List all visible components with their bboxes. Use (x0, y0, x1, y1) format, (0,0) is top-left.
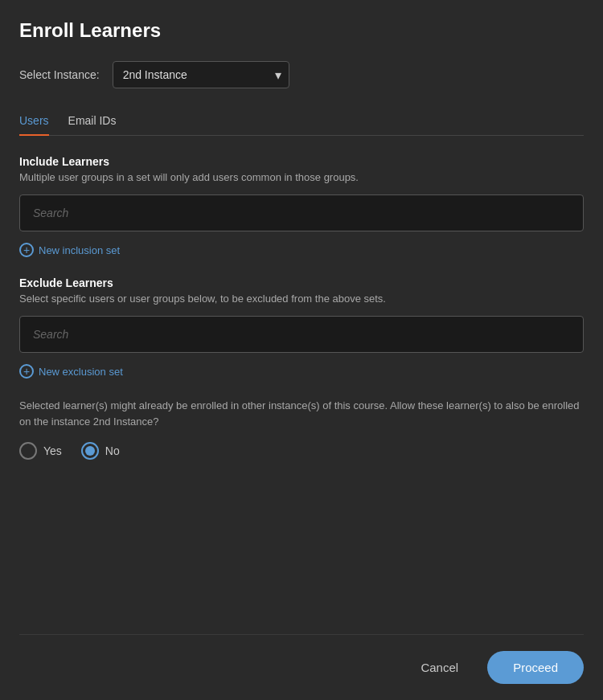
new-inclusion-set-button[interactable]: + New inclusion set (19, 243, 120, 257)
radio-no[interactable]: No (81, 442, 120, 460)
proceed-button[interactable]: Proceed (487, 651, 584, 684)
exclude-desc: Select specific users or user groups bel… (19, 293, 584, 305)
new-exclusion-set-label: New exclusion set (39, 366, 123, 378)
radio-yes-label: Yes (43, 444, 62, 457)
include-section: Include Learners Multiple user groups in… (19, 155, 584, 273)
enrollment-notice: Selected learner(s) might already be enr… (19, 398, 584, 429)
radio-yes[interactable]: Yes (19, 442, 62, 460)
plus-circle-icon: + (19, 364, 34, 379)
plus-icon: + (19, 243, 34, 257)
include-search-input[interactable] (19, 194, 584, 231)
cancel-button[interactable]: Cancel (404, 653, 474, 682)
instance-select[interactable]: 1st Instance 2nd Instance 3rd Instance (113, 61, 289, 88)
page-title: Enroll Learners (19, 19, 584, 42)
modal-container: Enroll Learners Select Instance: 1st Ins… (0, 0, 603, 700)
instance-label: Select Instance: (19, 68, 100, 81)
exclude-section: Exclude Learners Select specific users o… (19, 276, 584, 395)
new-exclusion-set-button[interactable]: + New exclusion set (19, 364, 123, 379)
include-desc: Multiple user groups in a set will only … (19, 171, 584, 183)
radio-no-label: No (105, 444, 120, 457)
instance-row: Select Instance: 1st Instance 2nd Instan… (19, 61, 584, 88)
radio-no-inner (85, 446, 95, 456)
instance-select-wrapper: 1st Instance 2nd Instance 3rd Instance (113, 61, 289, 88)
exclude-search-input[interactable] (19, 316, 584, 353)
tab-email-ids[interactable]: Email IDs (68, 108, 117, 135)
radio-no-outer (81, 442, 99, 460)
new-inclusion-set-label: New inclusion set (39, 244, 120, 256)
footer: Cancel Proceed (19, 634, 584, 684)
exclude-title: Exclude Learners (19, 276, 584, 289)
radio-yes-outer (19, 442, 37, 460)
include-title: Include Learners (19, 155, 584, 168)
radio-group: Yes No (19, 442, 584, 460)
tab-users[interactable]: Users (19, 108, 49, 135)
tab-bar: Users Email IDs (19, 108, 584, 136)
